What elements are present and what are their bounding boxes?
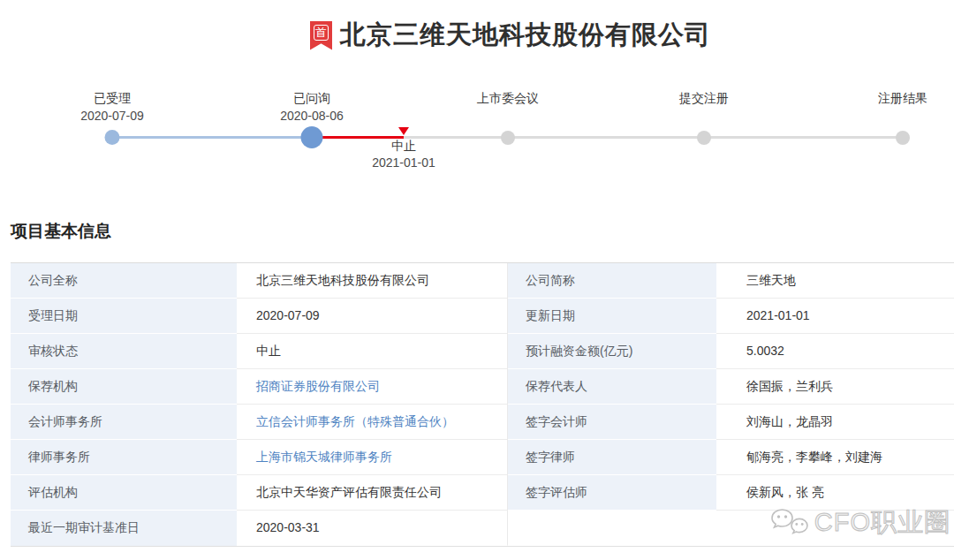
field-value: 北京中天华资产评估有限责任公司: [237, 475, 508, 511]
field-label: 更新日期: [508, 299, 716, 334]
timeline-step-dot: [896, 131, 910, 145]
field-value: 郇海亮，李攀峰，刘建海: [716, 440, 954, 475]
timeline-step-dot: [697, 131, 711, 145]
timeline-step-label: 提交注册: [633, 91, 775, 107]
halt-triangle-icon: [398, 127, 409, 135]
timeline-step-date: 2020-08-06: [241, 109, 382, 123]
field-label: 预计融资金额(亿元): [508, 334, 716, 369]
table-row: 受理日期2020-07-09更新日期2021-01-01: [11, 299, 954, 334]
field-value: 立信会计师事务所（特殊普通合伙）: [237, 405, 508, 440]
field-label-text: 评估机构: [28, 485, 78, 499]
field-label-text: 最近一期审计基准日: [28, 520, 140, 534]
table-row: 保荐机构招商证券股份有限公司保荐代表人徐国振，兰利兵: [11, 369, 954, 405]
field-label-text: 会计师事务所: [28, 414, 102, 428]
field-label: 签字会计师: [508, 405, 716, 440]
field-value-text: 2020-03-31: [256, 520, 320, 534]
table-row: 律师事务所上海市锦天城律师事务所签字律师郇海亮，李攀峰，刘建海: [11, 440, 954, 475]
field-label-text: 签字律师: [526, 450, 575, 464]
section-title: 项目基本信息: [11, 220, 111, 243]
field-label: 律师事务所: [11, 440, 237, 475]
field-label: 评估机构: [11, 475, 237, 511]
timeline-step-label: 已问询: [241, 91, 382, 107]
field-value: 2020-03-31: [237, 511, 508, 546]
field-value-text: 侯新风，张 亮: [746, 485, 824, 499]
page-title: 北京三维天地科技股份有限公司: [340, 18, 711, 53]
field-value-text: 北京三维天地科技股份有限公司: [256, 273, 429, 287]
timeline-track-halt: [312, 136, 404, 139]
field-value-text: 北京中天华资产评估有限责任公司: [256, 485, 442, 499]
field-label: 受理日期: [11, 299, 237, 334]
field-label: 保荐机构: [11, 369, 237, 405]
page: 首 北京三维天地科技股份有限公司 已受理 2020-07-09 已问询 2020…: [0, 0, 954, 560]
field-value-link[interactable]: 招商证券股份有限公司: [256, 379, 380, 393]
field-label: [508, 511, 716, 546]
field-value: 中止: [237, 334, 508, 369]
field-value-text: 2021-01-01: [746, 308, 810, 322]
field-value-link[interactable]: 上海市锦天城律师事务所: [256, 450, 392, 464]
field-label-text: 预计融资金额(亿元): [526, 344, 632, 358]
field-value-text: 徐国振，兰利兵: [746, 379, 833, 393]
timeline-step-label: 注册结果: [832, 91, 954, 107]
timeline-step-dot: [501, 131, 515, 145]
ipo-status-timeline: 已受理 2020-07-09 已问询 2020-08-06 上市委会议 提交注册…: [0, 84, 954, 181]
field-label-text: 更新日期: [526, 308, 575, 322]
field-label-text: 审核状态: [28, 344, 78, 358]
field-label: 会计师事务所: [11, 405, 237, 440]
table-row: 会计师事务所立信会计师事务所（特殊普通合伙）签字会计师刘海山，龙晶羽: [11, 405, 954, 440]
field-label: 审核状态: [11, 334, 237, 369]
field-value: 北京三维天地科技股份有限公司: [237, 263, 508, 299]
watermark-text: CFO职业圈: [814, 505, 950, 541]
field-label-text: 受理日期: [28, 308, 78, 322]
timeline-step-date: 2020-07-09: [42, 109, 183, 123]
field-label-text: 公司简称: [526, 273, 575, 287]
table-row: 审核状态中止预计融资金额(亿元)5.0032: [11, 334, 954, 369]
field-value-text: 5.0032: [746, 344, 784, 358]
field-value: 招商证券股份有限公司: [237, 369, 508, 405]
project-info-table: 公司全称北京三维天地科技股份有限公司公司简称三维天地受理日期2020-07-09…: [11, 262, 954, 547]
field-label: 签字律师: [508, 440, 716, 475]
field-value-text: 郇海亮，李攀峰，刘建海: [746, 450, 882, 464]
field-value-link[interactable]: 立信会计师事务所（特殊普通合伙）: [256, 414, 454, 428]
field-value: 2021-01-01: [716, 299, 954, 334]
field-label: 公司简称: [508, 263, 716, 299]
field-label: 签字评估师: [508, 475, 716, 511]
field-label: 保荐代表人: [508, 369, 716, 405]
wechat-icon: [770, 507, 809, 539]
field-value-text: 三维天地: [746, 273, 796, 287]
field-value: 5.0032: [716, 334, 954, 369]
field-label-text: 签字会计师: [526, 414, 587, 428]
timeline-track-done: [112, 136, 312, 139]
field-value: 2020-07-09: [237, 299, 508, 334]
field-value: 三维天地: [716, 263, 954, 299]
timeline-step-label: 上市委会议: [437, 91, 579, 107]
timeline-step-dot: [105, 130, 120, 145]
field-value-text: 刘海山，龙晶羽: [746, 414, 833, 428]
field-label-text: 签字评估师: [526, 485, 587, 499]
field-label: 公司全称: [11, 263, 237, 299]
first-ribbon-icon: 首: [310, 21, 332, 50]
field-label-text: 保荐代表人: [526, 379, 587, 393]
first-badge-char: 首: [314, 25, 329, 41]
halt-date: 2021-01-01: [372, 155, 435, 170]
page-header: 首 北京三维天地科技股份有限公司: [34, 18, 954, 53]
field-value-text: 2020-07-09: [256, 308, 320, 322]
halt-label: 中止: [391, 139, 416, 155]
field-label-text: 保荐机构: [28, 379, 78, 393]
field-value: 刘海山，龙晶羽: [716, 405, 954, 440]
field-label-text: 律师事务所: [28, 450, 90, 464]
table-row: 公司全称北京三维天地科技股份有限公司公司简称三维天地: [11, 263, 954, 299]
field-label: 最近一期审计基准日: [11, 511, 237, 546]
watermark: CFO职业圈: [770, 505, 950, 541]
field-label-text: 公司全称: [28, 273, 78, 287]
field-value: 上海市锦天城律师事务所: [237, 440, 508, 475]
field-value: 徐国振，兰利兵: [716, 369, 954, 405]
timeline-step-label: 已受理: [42, 91, 183, 107]
field-value-text: 中止: [256, 344, 281, 358]
timeline-step-dot: [301, 126, 323, 148]
